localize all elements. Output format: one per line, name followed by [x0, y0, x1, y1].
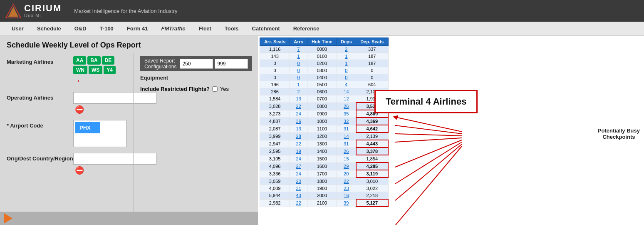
tag-de[interactable]: DE: [102, 56, 115, 65]
cell-arrs[interactable]: 28: [290, 132, 307, 140]
nav-t100[interactable]: T-100: [93, 23, 120, 34]
cell-deps[interactable]: 26: [337, 148, 356, 155]
equipment-section: Equipment: [140, 75, 252, 81]
logo-area: CIRIUM Diio Mi: [5, 3, 62, 18]
cell-arrs[interactable]: 22: [290, 199, 307, 207]
cell-arrs[interactable]: 2: [290, 88, 307, 95]
header-tagline: Market Intelligence for the Aviation Ind…: [74, 8, 177, 14]
cell-dep-seats: 3,119: [356, 170, 388, 178]
form-right: Saved Report Configurations Equipment In…: [133, 53, 258, 212]
cell-deps[interactable]: 1: [337, 53, 356, 60]
tag-ws[interactable]: WS: [89, 66, 102, 74]
cell-deps[interactable]: 32: [337, 118, 356, 125]
tag-wn[interactable]: WN: [73, 66, 87, 74]
table-row: 3,273 24 0900 35 4,869: [260, 110, 389, 118]
cell-arr-seats: 2,087: [260, 125, 290, 132]
cell-dep-seats: 2,139: [356, 132, 388, 140]
cell-deps[interactable]: 0: [337, 74, 356, 81]
nav-fmtraffic[interactable]: FMTraffic: [154, 23, 192, 34]
yes-label: Yes: [220, 86, 229, 92]
cell-deps[interactable]: 1: [337, 60, 356, 67]
table-row: 2,087 13 1100 31 4,642: [260, 125, 389, 132]
col-arr-seats: Arr. Seats: [260, 38, 290, 46]
cell-deps[interactable]: 23: [337, 185, 356, 192]
block-icon[interactable]: ⛔: [75, 105, 84, 114]
cell-arrs[interactable]: 13: [290, 125, 307, 132]
cell-deps[interactable]: 35: [337, 110, 356, 118]
cell-deps[interactable]: 26: [337, 102, 356, 110]
config-input-2[interactable]: [215, 59, 248, 69]
col-dep-seats: Dep. Seats: [356, 38, 388, 46]
cell-arrs[interactable]: 36: [290, 118, 307, 125]
cell-arrs[interactable]: 22: [290, 140, 307, 148]
tag-aa[interactable]: AA: [73, 56, 86, 65]
airport-code-value[interactable]: PHX: [75, 122, 100, 133]
cell-deps[interactable]: 31: [337, 140, 356, 148]
cell-deps[interactable]: 20: [337, 170, 356, 178]
cell-arrs[interactable]: 24: [290, 155, 307, 162]
cell-deps[interactable]: 16: [337, 192, 356, 200]
airport-code-input-area[interactable]: PHX: [73, 120, 126, 147]
cell-arrs[interactable]: 43: [290, 192, 307, 200]
cell-arrs[interactable]: 22: [290, 102, 307, 110]
table-row: 3,336 24 1700 20 3,119: [260, 170, 389, 178]
cell-deps[interactable]: 14: [337, 132, 356, 140]
cell-dep-seats: 1,854: [356, 155, 388, 162]
cell-arrs[interactable]: 31: [290, 185, 307, 192]
cell-arrs[interactable]: 24: [290, 170, 307, 178]
cell-arrs[interactable]: 0: [290, 67, 307, 74]
table-row: 0 0 0300 0 0: [260, 67, 389, 74]
cell-hub-time: 1100: [307, 125, 337, 132]
cell-arr-seats: 4,009: [260, 185, 290, 192]
cell-arr-seats: 4,096: [260, 162, 290, 170]
cell-arr-seats: 4,887: [260, 118, 290, 125]
nav-user[interactable]: User: [5, 23, 30, 34]
expand-button[interactable]: [4, 213, 12, 223]
cell-deps[interactable]: 31: [337, 125, 356, 132]
block-icon-2[interactable]: ⛔: [75, 166, 84, 175]
nav-ond[interactable]: O&D: [68, 23, 93, 34]
cell-arrs[interactable]: 0: [290, 74, 307, 81]
svg-line-5: [395, 134, 462, 136]
cell-arrs[interactable]: 7: [290, 46, 307, 53]
include-restricted-label: Include Restricted Flights?: [140, 86, 210, 92]
cell-arr-seats: 1,116: [260, 46, 290, 53]
cell-arrs[interactable]: 1: [290, 53, 307, 60]
include-restricted-checkbox[interactable]: [212, 86, 218, 92]
cell-deps[interactable]: 39: [337, 199, 356, 207]
cell-dep-seats: 3,022: [356, 185, 388, 192]
cell-deps[interactable]: 14: [337, 88, 356, 95]
cell-arrs[interactable]: 24: [290, 110, 307, 118]
cell-deps[interactable]: 4: [337, 81, 356, 88]
cell-deps[interactable]: 29: [337, 162, 356, 170]
cell-deps[interactable]: 0: [337, 67, 356, 74]
table-row: 3,059 20 1800 22 3,010: [260, 178, 389, 185]
nav-form41[interactable]: Form 41: [120, 23, 155, 34]
nav-reference[interactable]: Reference: [287, 23, 326, 34]
table-row: 196 1 0500 4 604: [260, 81, 389, 88]
nav-fleet[interactable]: Fleet: [192, 23, 218, 34]
cell-arrs[interactable]: 0: [290, 60, 307, 67]
table-row: 2,982 22 2100 39 5,127: [260, 199, 389, 207]
table-row: 5,944 43 2000 16 2,218: [260, 192, 389, 200]
cell-deps[interactable]: 12: [337, 95, 356, 103]
cell-deps[interactable]: 15: [337, 155, 356, 162]
tag-ba[interactable]: BA: [87, 56, 100, 65]
cell-deps[interactable]: 2: [337, 46, 356, 53]
nav-catchment[interactable]: Catchment: [245, 23, 287, 34]
nav-schedule[interactable]: Schedule: [30, 23, 68, 34]
tag-y4[interactable]: Y4: [104, 66, 116, 74]
data-table: Arr. Seats Arrs Hub Time Deps Dep. Seats…: [260, 38, 389, 207]
col-hub-time: Hub Time: [307, 38, 337, 46]
cell-arrs[interactable]: 20: [290, 178, 307, 185]
cell-deps[interactable]: 22: [337, 178, 356, 185]
nav-tools[interactable]: Tools: [218, 23, 245, 34]
operating-airlines-row: Operating Airlines ⛔: [7, 92, 126, 114]
table-row: 4,887 36 1000 32 4,369: [260, 118, 389, 125]
cell-arrs[interactable]: 19: [290, 148, 307, 155]
cell-arrs[interactable]: 13: [290, 95, 307, 103]
cell-arrs[interactable]: 1: [290, 81, 307, 88]
cell-arrs[interactable]: 27: [290, 162, 307, 170]
config-input-1[interactable]: [180, 59, 213, 69]
cell-hub-time: 0100: [307, 53, 337, 60]
